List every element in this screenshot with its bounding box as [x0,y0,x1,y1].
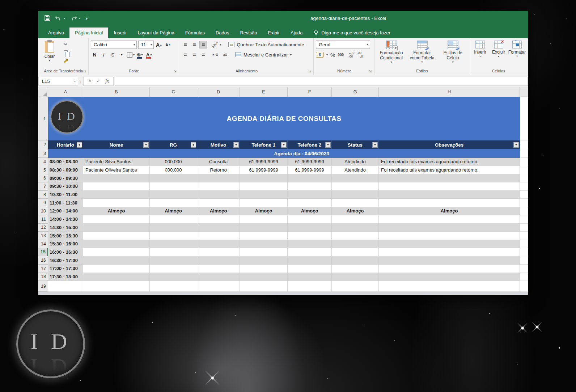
cell-partial[interactable] [520,232,528,240]
increase-indent-button[interactable]: ⇥≡ [220,51,228,59]
cell-E14[interactable] [240,240,288,248]
col-header-C[interactable]: C [150,87,197,97]
row-header-14[interactable]: 14 [38,240,48,248]
redo-icon[interactable] [70,16,77,21]
row-header-10[interactable]: 10 [38,207,48,215]
filter-dropdown-icon[interactable]: ▼ [77,142,82,148]
cell-B10[interactable]: Almoço [83,207,150,215]
cell-C13[interactable] [150,232,197,240]
cell-F12[interactable] [288,224,332,232]
format-painter-button[interactable] [61,57,70,64]
cell-F11[interactable] [288,215,332,224]
row-header-3[interactable]: 3 [38,149,48,158]
cell-A11[interactable]: 14:00 - 14:30 [48,215,83,224]
tab-layout-da-pagina[interactable]: Layout da Página [132,28,180,38]
col-header-E[interactable]: E [240,87,288,97]
accounting-format-icon[interactable]: $ [316,52,324,58]
cell-F19[interactable] [288,281,332,292]
align-bottom-button[interactable]: ≡ [199,41,207,49]
cell-C6[interactable] [150,174,197,182]
cell-A6[interactable]: 09:00 - 09:30 [48,174,83,182]
cell-B16[interactable] [83,256,150,265]
cell-H14[interactable] [379,240,520,248]
cell-B11[interactable] [83,215,150,224]
cell-G15[interactable] [332,248,379,257]
filter-dropdown-icon[interactable]: ▼ [372,142,378,148]
cell-A18[interactable]: 17:30 - 18:00 [48,273,83,281]
cell-F14[interactable] [288,240,332,248]
formula-input[interactable] [115,77,528,86]
header-cell-D2[interactable]: Motivo▼ [197,140,240,149]
cell-F9[interactable] [288,199,332,207]
cell-D6[interactable] [197,174,240,182]
filter-dropdown-icon[interactable]: ▼ [325,142,331,148]
cell-partial[interactable] [520,273,528,281]
cell-C14[interactable] [150,240,197,248]
tab-formulas[interactable]: Fórmulas [180,28,210,38]
fill-color-button[interactable]: ⛃▾ [136,51,144,59]
name-box[interactable]: L15 ▾ [38,77,78,86]
save-icon[interactable] [45,15,50,21]
format-cells-button[interactable]: Formatar ▾ [509,40,526,68]
dialog-launcher-icon[interactable]: ⇲ [174,69,178,73]
cell-H7[interactable] [379,182,520,191]
cell-F15[interactable] [288,248,332,257]
cell-partial[interactable] [520,256,528,265]
borders-button[interactable]: ▾ [127,51,135,59]
row-header-16[interactable]: 16 [38,256,48,265]
cell-G17[interactable] [332,265,379,273]
cell-G13[interactable] [332,232,379,240]
row-header-7[interactable]: 7 [38,182,48,191]
cell-G5[interactable]: Atendindo [332,166,379,174]
cell-agenda-date[interactable]: Agenda dia : 04/06/2023 [48,149,520,158]
grow-font-button[interactable]: A▲ [155,41,163,49]
dialog-launcher-icon[interactable]: ⇲ [369,69,373,73]
cell-C18[interactable] [150,273,197,281]
tab-dados[interactable]: Dados [210,28,235,38]
cell-partial[interactable] [520,224,528,232]
cell-F17[interactable] [288,265,332,273]
cell-B9[interactable] [83,199,150,207]
cell-H12[interactable] [379,224,520,232]
row-header-17[interactable]: 17 [38,265,48,273]
format-as-table-button[interactable]: Formatar como Tabela ▾ [407,40,437,68]
number-format-select[interactable]: Geral▾ [316,41,370,49]
cell-A14[interactable]: 15:30 - 16:00 [48,240,83,248]
cell-D11[interactable] [197,215,240,224]
cell-E13[interactable] [240,232,288,240]
undo-dropdown-icon[interactable]: ▾ [64,17,65,20]
undo-icon[interactable] [55,16,62,21]
cell-partial[interactable] [520,265,528,273]
col-header-B[interactable]: B [83,87,150,97]
cell-partial[interactable] [520,199,528,207]
cell-F5[interactable]: 61 9999-9999 [288,166,332,174]
font-size-select[interactable]: 11▾ [138,41,154,49]
cell-partial[interactable] [520,166,528,174]
cell-C12[interactable] [150,224,197,232]
filter-dropdown-icon[interactable]: ▼ [281,142,287,148]
header-cell-A2[interactable]: Horário▼ [48,140,83,149]
col-header-F[interactable]: F [288,87,332,97]
cell-B18[interactable] [83,273,150,281]
cell-G18[interactable] [332,273,379,281]
underline-button[interactable]: S [109,51,117,59]
cell-H13[interactable] [379,232,520,240]
cell-C8[interactable] [150,191,197,199]
row-header-9[interactable]: 9 [38,199,48,207]
cell-H6[interactable] [379,174,520,182]
cell-partial[interactable] [520,248,528,257]
cell-E15[interactable] [240,248,288,257]
header-cell-E2[interactable]: Telefone 1▼ [240,140,288,149]
cell-H17[interactable] [379,265,520,273]
row-header-8[interactable]: 8 [38,191,48,199]
paste-button[interactable]: Colar ▾ [40,40,59,68]
redo-dropdown-icon[interactable]: ▾ [79,17,80,20]
cancel-icon[interactable]: ✕ [88,79,92,84]
cell-E18[interactable] [240,273,288,281]
cell-H18[interactable] [379,273,520,281]
cell-D8[interactable] [197,191,240,199]
customize-quick-access-icon[interactable]: —▾ [85,16,88,20]
filter-dropdown-icon[interactable]: ▼ [233,142,239,148]
cell-G7[interactable] [332,182,379,191]
cell-A13[interactable]: 15:00 - 15:30 [48,232,83,240]
